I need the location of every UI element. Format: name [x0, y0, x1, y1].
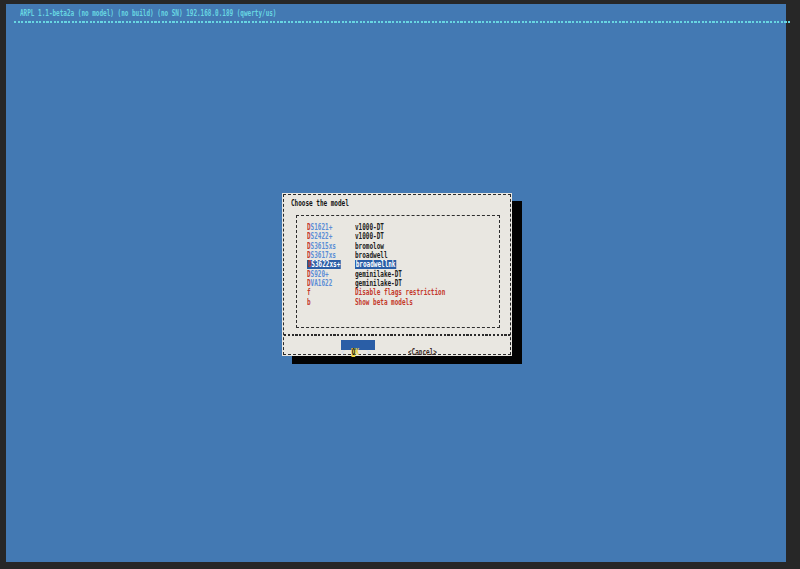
menu-item-hotkey: b — [307, 298, 311, 307]
menu-item-tag: DS3617xs — [307, 251, 336, 260]
ok-button[interactable]: < OK > — [341, 340, 375, 350]
menu-item[interactable]: DS1621+ v1000-DT — [297, 223, 499, 232]
menu-item-tag: DVA1622 — [307, 279, 332, 288]
menu-item-tag-rest: S3622xs+ — [311, 260, 340, 269]
dialog-title: Choose the model — [291, 199, 349, 208]
menu-item-tag-rest: S3617xs — [311, 251, 336, 260]
menu-item-tag: DS3622xs+ — [307, 260, 341, 269]
cancel-button[interactable]: <Cancel> — [408, 340, 447, 350]
model-menu-box: DS1621+ v1000-DT DS2422+ v1000-DT DS3615… — [296, 215, 500, 328]
menu-item-description: geminilake-DT — [355, 270, 402, 279]
menu-item[interactable]: DS920+ geminilake-DT — [297, 270, 499, 279]
menu-item[interactable]: f Disable flags restriction — [297, 288, 499, 297]
button-separator-line — [284, 334, 510, 336]
menu-item[interactable]: DS2422+ v1000-DT — [297, 232, 499, 241]
menu-item-tag: f — [307, 288, 311, 297]
menu-item-description: v1000-DT — [355, 223, 384, 232]
menu-item[interactable]: DS3617xs broadwell — [297, 251, 499, 260]
menu-item-description: bromolow — [355, 242, 384, 251]
backtitle: ARPL 1.1-beta2a (no model) (no build) (n… — [20, 9, 276, 18]
menu-item[interactable]: DS3622xs+ broadwellnk — [297, 260, 499, 269]
menu-item-tag: b — [307, 298, 311, 307]
menu-item-description: broadwellnk — [355, 260, 396, 269]
ok-bracket-left: < — [341, 348, 352, 357]
menu-item-tag: DS3615xs — [307, 242, 336, 251]
menu-item-tag-rest: S1621+ — [311, 223, 333, 232]
menu-item-description: Show beta models — [355, 298, 413, 307]
cancel-button-label: <Cancel> — [408, 348, 437, 358]
menu-item-description: Disable flags restriction — [355, 288, 445, 297]
menu-item-tag-rest: S3615xs — [311, 242, 336, 251]
menu-item-tag-rest: S2422+ — [311, 232, 333, 241]
menu-item-tag: DS2422+ — [307, 232, 332, 241]
menu-item-description: broadwell — [355, 251, 388, 260]
ok-bracket-right: > — [359, 348, 370, 357]
backtitle-separator-line — [14, 21, 790, 23]
button-row: < OK > <Cancel> — [282, 340, 512, 351]
menu-item[interactable]: DS3615xs bromolow — [297, 242, 499, 251]
screenshot-frame: ARPL 1.1-beta2a (no model) (no build) (n… — [0, 0, 800, 569]
menu-item-description: geminilake-DT — [355, 279, 402, 288]
menu-item-tag: DS920+ — [307, 270, 329, 279]
model-menu-list: DS1621+ v1000-DT DS2422+ v1000-DT DS3615… — [297, 223, 499, 307]
choose-model-dialog: Choose the model DS1621+ v1000-DT DS2422… — [282, 193, 512, 356]
menu-item[interactable]: DVA1622 geminilake-DT — [297, 279, 499, 288]
menu-item-tag-rest: VA1622 — [311, 279, 333, 288]
menu-item-description: v1000-DT — [355, 232, 384, 241]
menu-item-tag-rest: S920+ — [311, 270, 329, 279]
menu-item[interactable]: b Show beta models — [297, 298, 499, 307]
menu-item-hotkey: f — [307, 288, 311, 297]
console-screen: ARPL 1.1-beta2a (no model) (no build) (n… — [6, 4, 786, 562]
menu-item-tag: DS1621+ — [307, 223, 332, 232]
